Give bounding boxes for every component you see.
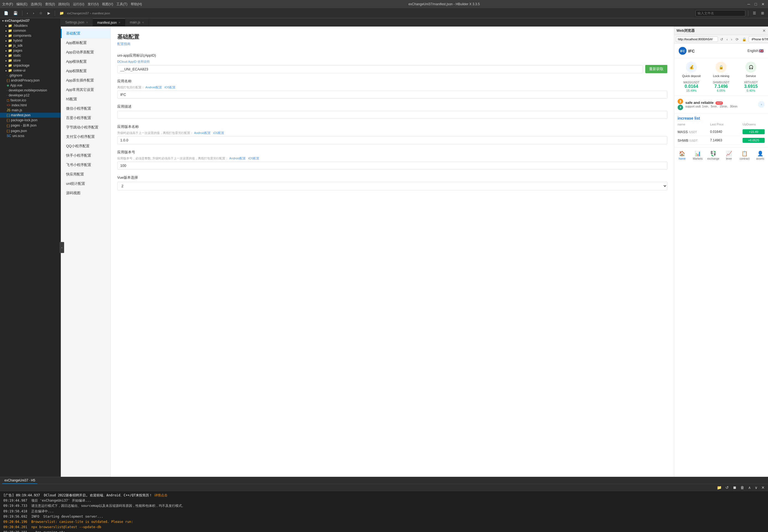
tab-close-icon[interactable]: ✕ (142, 21, 144, 24)
tab-settings-json[interactable]: Settings.json ✕ (61, 19, 93, 26)
nav-wechat-mp[interactable]: 微信小程序配置 (61, 104, 110, 113)
tree-item-common[interactable]: ▸ 📁 common (0, 28, 60, 33)
ifc-lang[interactable]: English 🇬🇧 (748, 49, 764, 53)
browser-lock-button[interactable]: 🔒 (741, 37, 748, 42)
device-select[interactable]: iPhone 6/7/8 iPhone X iPad (749, 36, 768, 42)
nav-uni-stats[interactable]: uni统计配置 (61, 179, 110, 188)
minimize-button[interactable]: ─ (746, 2, 751, 6)
filter-button[interactable]: ☰ (751, 10, 758, 16)
nav-baidu-mp[interactable]: 百度小程序配置 (61, 113, 110, 123)
tree-item-unpackage[interactable]: ▸ 📁 unpackage (0, 63, 60, 68)
browser-forward-button[interactable]: › (730, 37, 733, 42)
nav-qq-mp[interactable]: QQ小程序配置 (61, 141, 110, 151)
dcloud-appid-link[interactable]: DCloud AppID 使用说明 (117, 60, 149, 63)
bookmark-button[interactable]: ☆ (38, 10, 44, 16)
terminal-rerun-button[interactable]: ↺ (724, 485, 730, 490)
close-button[interactable]: ✕ (760, 2, 766, 6)
tree-item-favicon[interactable]: ◻ favicon.ico (0, 98, 60, 103)
nav-basic-config[interactable]: 基础配置 (61, 29, 110, 38)
promo-section[interactable]: ₿ ₮ safe and reliable HOT support usdt. … (674, 96, 768, 113)
browser-url-input[interactable] (676, 36, 718, 42)
tree-item-devp12[interactable]: · developer.p12 (0, 93, 60, 98)
browser-refresh2-button[interactable]: ⟳ (735, 37, 740, 42)
tree-item-gitignore[interactable]: · .gitignore (0, 73, 60, 78)
nav-feishu-mp[interactable]: 飞书小程序配置 (61, 160, 110, 170)
forward-button[interactable]: › (31, 10, 36, 16)
terminal-clear-button[interactable]: 🗑 (739, 485, 745, 490)
tree-item-pages[interactable]: ▸ 📁 pages (0, 48, 60, 53)
tree-item-uview[interactable]: ▸ 📁 uview-ui (0, 68, 60, 73)
tree-item-indexhtml[interactable]: <> index.html (0, 103, 60, 108)
run-button[interactable]: ▶ (46, 10, 52, 16)
appid-sublink[interactable]: DCloud AppID 使用说明 (117, 60, 667, 64)
terminal-tab-main[interactable]: exChangeUni37 · H5 (2, 477, 37, 484)
terminal-down-button[interactable]: ∨ (754, 485, 759, 490)
nav-app-other[interactable]: App常用其它设置 (61, 85, 110, 94)
tree-item-pagesbak[interactable]: { } pages - 副本.json (0, 123, 60, 128)
nav-home[interactable]: 🏠 home (674, 149, 690, 161)
android-config-link[interactable]: Android配置 (145, 86, 162, 89)
collapse-panel-button[interactable]: ‹ (60, 242, 64, 253)
layout-button[interactable]: ⊞ (759, 10, 766, 16)
appname-input[interactable] (117, 91, 667, 99)
ios-vcode-link[interactable]: iOS配置 (248, 157, 259, 160)
ad-link[interactable]: 详情点击 (154, 493, 167, 497)
version-code-input[interactable] (117, 162, 667, 170)
nav-app-modules[interactable]: App模块配置 (61, 57, 110, 66)
android-version-link[interactable]: Android配置 (194, 131, 211, 135)
nav-app-icon[interactable]: App图标配置 (61, 38, 110, 48)
save-button[interactable]: 💾 (12, 10, 19, 16)
tree-item-store[interactable]: ▸ 📁 store (0, 58, 60, 63)
tree-item-js-sdk[interactable]: ▸ 📁 js_sdk (0, 43, 60, 48)
menu-goto[interactable]: 跳转(G) (58, 2, 70, 7)
list-row-shwb[interactable]: SHWB /USDT 7.14963 +6.0525 (678, 136, 765, 145)
appid-input[interactable] (117, 65, 643, 73)
menu-help[interactable]: 帮助(H) (131, 2, 142, 7)
terminal-close-button[interactable]: ✕ (760, 485, 766, 490)
version-name-input[interactable] (117, 136, 667, 144)
nav-kuaishou-mp[interactable]: 快手小程序配置 (61, 151, 110, 160)
list-row-mass[interactable]: MASS /USDT 0.01640 +15.49 (678, 128, 765, 136)
appdesc-input[interactable] (117, 111, 667, 119)
nav-source-view[interactable]: 源码视图 (61, 188, 110, 198)
maximize-button[interactable]: □ (754, 2, 758, 6)
menu-run[interactable]: 运行(U) (73, 2, 84, 7)
nav-app-splash[interactable]: App启动界面配置 (61, 48, 110, 57)
browser-reload-button[interactable]: ↺ (719, 37, 724, 42)
market-item-service[interactable]: 🎧 Service (737, 62, 765, 78)
reacquire-button[interactable]: 重新获取 (645, 65, 667, 73)
nav-assets[interactable]: 👤 assets (753, 149, 768, 161)
tab-manifest-json[interactable]: manifest.json ✕ (93, 19, 125, 26)
nav-bytedance-mp[interactable]: 字节跳动小程序配置 (61, 123, 110, 132)
nav-exchange[interactable]: 💱 exchange (706, 149, 721, 161)
menu-tools[interactable]: 工具(T) (116, 2, 127, 7)
menu-edit[interactable]: 编辑(E) (16, 2, 27, 7)
window-controls[interactable]: ─ □ ✕ (746, 2, 766, 6)
menu-view[interactable]: 视图(V) (102, 2, 113, 7)
nav-markets[interactable]: 📊 Markets (690, 149, 706, 161)
market-item-lock[interactable]: 🔒 Lock mining (708, 62, 735, 78)
config-guide-link[interactable]: 配置指南 (117, 42, 667, 46)
nav-app-plugins[interactable]: App原生插件配置 (61, 76, 110, 85)
nav-contract[interactable]: 📋 contract (737, 149, 753, 161)
promo-arrow-icon[interactable]: › (758, 101, 765, 108)
browser-close-button[interactable]: ✕ (762, 28, 766, 33)
tab-close-icon[interactable]: ✕ (118, 21, 120, 24)
terminal-up-button[interactable]: ∧ (747, 485, 752, 490)
tree-item-androidprivacy[interactable]: { } androidPrivacy.json (0, 78, 60, 83)
android-vcode-link[interactable]: Android配置 (229, 157, 246, 160)
tree-item-mainjs[interactable]: JS main.js (0, 108, 60, 113)
tree-item-manifestjson[interactable]: { } manifest.json (0, 113, 60, 118)
terminal-stop-button[interactable]: ⏹ (732, 485, 738, 490)
menu-select[interactable]: 选择(S) (31, 2, 42, 7)
tab-close-icon[interactable]: ✕ (86, 21, 88, 24)
file-search-input[interactable] (696, 10, 745, 16)
tree-item-hbuilderx[interactable]: ▸ 📁 .hbuilderx (0, 23, 60, 28)
vue-version-select[interactable]: 2 3 (117, 182, 667, 190)
market-item-deposit[interactable]: 💰 Quick deposit (678, 62, 705, 78)
tree-item-uniscss[interactable]: SC uni.scss (0, 133, 60, 138)
tree-item-static[interactable]: ▸ 📁 static (0, 53, 60, 58)
nav-h5-config[interactable]: h5配置 (61, 94, 110, 104)
tree-item-hybrid[interactable]: ▸ 📁 hybrid (0, 38, 60, 43)
file-tree-root[interactable]: ▾ exChangeUni37 (0, 18, 60, 23)
